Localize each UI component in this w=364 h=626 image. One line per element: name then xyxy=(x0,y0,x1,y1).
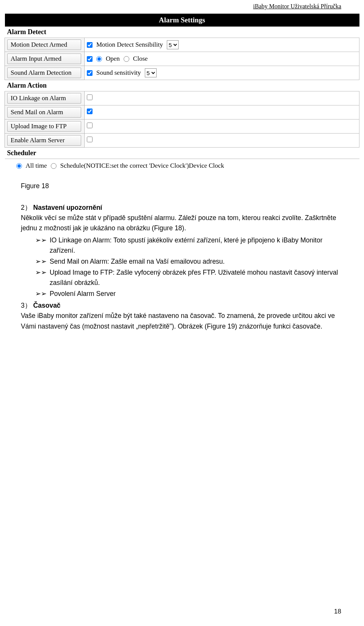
send-mail-checkbox[interactable] xyxy=(87,109,93,114)
bullet-3-text: Upload Image to FTP: Zašle vyfocený obrá… xyxy=(50,267,343,288)
scheduler-all-label: All time xyxy=(26,162,47,170)
document-body: Figure 18 2） Nastavení upozornění Několi… xyxy=(0,173,364,332)
sound-sensitivity-select[interactable]: 5 xyxy=(145,68,157,77)
alarm-input-checkbox[interactable] xyxy=(87,56,93,62)
section-alarm-action: Alarm Action xyxy=(5,80,359,91)
motion-sensibility-select[interactable]: 5 xyxy=(167,40,179,49)
bullet-4: ➢➢ Povolení Alarm Server xyxy=(35,289,343,299)
figure-18-caption: Figure 18 xyxy=(21,181,343,191)
motion-sensibility-label: Motion Detect Sensibility xyxy=(96,41,163,49)
page-number: 18 xyxy=(334,608,341,615)
heading-2: 2） Nastavení upozornění xyxy=(21,203,343,213)
settings-panel: Alarm Settings Alarm Detect Motion Detec… xyxy=(0,10,364,173)
alarm-input-close-radio[interactable] xyxy=(124,56,129,62)
paragraph-2: Vaše iBaby monitor zařízení může být tak… xyxy=(21,311,343,331)
heading-3: 3） Časovač xyxy=(21,300,343,311)
bullet-list: ➢➢ IO Linkage on Alarm: Toto spustí jaké… xyxy=(21,235,343,299)
label-motion-detect: Motion Detect Armed xyxy=(7,39,81,50)
bullet-4-text: Povolení Alarm Server xyxy=(50,289,116,299)
paragraph-1: Několik věcí se může stát v případě spuš… xyxy=(21,213,343,233)
label-send-mail: Send Mail on Alarm xyxy=(7,107,81,118)
bullet-2-text: Send Mail on Alarm: Zašle email na Vaší … xyxy=(50,256,225,267)
alarm-input-open-radio[interactable] xyxy=(96,56,102,62)
scheduler-schedule-radio[interactable] xyxy=(51,163,56,169)
bullet-1-text: IO Linkage on Alarm: Toto spustí jakékol… xyxy=(50,235,343,256)
label-io-linkage: IO Linkage on Alarm xyxy=(7,93,81,104)
bullet-1: ➢➢ IO Linkage on Alarm: Toto spustí jaké… xyxy=(35,235,343,256)
alarm-input-open-label: Open xyxy=(106,55,120,63)
section-scheduler: Scheduler xyxy=(5,148,359,159)
heading-3-text: Časovač xyxy=(33,302,61,309)
motion-detect-checkbox[interactable] xyxy=(87,42,93,48)
sound-sensitivity-label: Sound sensitivity xyxy=(96,69,141,77)
label-enable-server: Enable Alarm Server xyxy=(7,135,81,146)
arrow-icon: ➢➢ xyxy=(35,256,47,267)
arrow-icon: ➢➢ xyxy=(35,289,47,299)
heading-2-number: 2） xyxy=(21,204,31,211)
label-upload-ftp: Upload Image to FTP xyxy=(7,121,81,132)
label-sound-alarm: Sound Alarm Detection xyxy=(7,68,81,78)
upload-ftp-checkbox[interactable] xyxy=(87,123,93,128)
alarm-input-close-label: Close xyxy=(133,55,148,63)
arrow-icon: ➢➢ xyxy=(35,235,47,256)
section-alarm-detect: Alarm Detect xyxy=(5,27,359,38)
page-header: iBaby Monitor Uživatelská Příručka xyxy=(0,0,364,10)
heading-3-number: 3） xyxy=(21,302,31,309)
arrow-icon: ➢➢ xyxy=(35,267,47,288)
io-linkage-checkbox[interactable] xyxy=(87,94,93,100)
alarm-settings-table: Alarm Settings Alarm Detect Motion Detec… xyxy=(5,14,359,173)
settings-title: Alarm Settings xyxy=(5,14,359,27)
bullet-2: ➢➢ Send Mail on Alarm: Zašle email na Va… xyxy=(35,256,343,267)
label-alarm-input: Alarm Input Armed xyxy=(7,53,81,64)
heading-2-text: Nastavení upozornění xyxy=(33,204,102,211)
scheduler-all-radio[interactable] xyxy=(16,163,22,169)
sound-alarm-checkbox[interactable] xyxy=(87,70,93,76)
bullet-3: ➢➢ Upload Image to FTP: Zašle vyfocený o… xyxy=(35,267,343,288)
enable-server-checkbox[interactable] xyxy=(87,137,93,142)
scheduler-schedule-label: Schedule(NOTICE:set the correct 'Device … xyxy=(60,162,224,170)
